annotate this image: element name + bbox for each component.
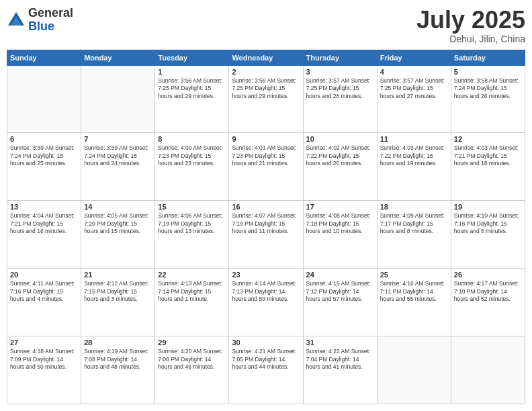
day-number: 29	[158, 338, 226, 347]
day-cell: 16Sunrise: 4:07 AM Sunset: 7:19 PM Dayli…	[229, 201, 303, 269]
week-row-1: 1Sunrise: 3:56 AM Sunset: 7:25 PM Daylig…	[7, 65, 525, 133]
day-info: Sunrise: 3:56 AM Sunset: 7:25 PM Dayligh…	[232, 77, 300, 100]
day-info: Sunrise: 4:04 AM Sunset: 7:21 PM Dayligh…	[10, 212, 78, 235]
day-number: 17	[306, 203, 374, 211]
week-row-4: 20Sunrise: 4:11 AM Sunset: 7:16 PM Dayli…	[7, 269, 525, 336]
day-cell: 23Sunrise: 4:14 AM Sunset: 7:13 PM Dayli…	[229, 269, 303, 336]
calendar: Sunday Monday Tuesday Wednesday Thursday…	[7, 50, 525, 404]
day-number: 19	[454, 203, 522, 211]
day-cell: 15Sunrise: 4:06 AM Sunset: 7:19 PM Dayli…	[155, 201, 229, 269]
day-cell: 29Sunrise: 4:20 AM Sunset: 7:06 PM Dayli…	[155, 336, 229, 404]
day-number: 30	[232, 338, 300, 347]
day-info: Sunrise: 4:20 AM Sunset: 7:06 PM Dayligh…	[158, 348, 226, 371]
day-number: 18	[380, 203, 448, 211]
day-cell: 20Sunrise: 4:11 AM Sunset: 7:16 PM Dayli…	[7, 269, 81, 336]
day-cell: 18Sunrise: 4:09 AM Sunset: 7:17 PM Dayli…	[377, 201, 451, 269]
day-info: Sunrise: 4:00 AM Sunset: 7:23 PM Dayligh…	[158, 144, 226, 167]
day-number: 6	[10, 135, 78, 143]
day-info: Sunrise: 4:03 AM Sunset: 7:22 PM Dayligh…	[380, 144, 448, 167]
day-number: 10	[306, 135, 374, 143]
logo: General Blue	[7, 7, 73, 34]
day-number: 8	[158, 135, 226, 143]
day-number: 31	[306, 338, 374, 347]
day-info: Sunrise: 4:15 AM Sunset: 7:12 PM Dayligh…	[306, 280, 374, 303]
day-cell: 8Sunrise: 4:00 AM Sunset: 7:23 PM Daylig…	[155, 133, 229, 201]
day-number: 9	[232, 135, 300, 143]
day-info: Sunrise: 4:22 AM Sunset: 7:04 PM Dayligh…	[306, 348, 374, 371]
day-number: 7	[84, 135, 152, 143]
day-cell: 10Sunrise: 4:02 AM Sunset: 7:22 PM Dayli…	[303, 133, 377, 201]
day-cell: 27Sunrise: 4:18 AM Sunset: 7:09 PM Dayli…	[7, 336, 81, 404]
day-info: Sunrise: 4:12 AM Sunset: 7:15 PM Dayligh…	[84, 280, 152, 303]
day-info: Sunrise: 4:19 AM Sunset: 7:08 PM Dayligh…	[84, 348, 152, 371]
location: Dehui, Jilin, China	[416, 34, 525, 44]
day-cell: 25Sunrise: 4:16 AM Sunset: 7:11 PM Dayli…	[377, 269, 451, 336]
day-number: 2	[232, 68, 300, 76]
day-cell: 4Sunrise: 3:57 AM Sunset: 7:25 PM Daylig…	[377, 65, 451, 133]
day-info: Sunrise: 3:57 AM Sunset: 7:25 PM Dayligh…	[306, 77, 374, 100]
day-info: Sunrise: 4:01 AM Sunset: 7:23 PM Dayligh…	[232, 144, 300, 167]
day-number: 3	[306, 68, 374, 76]
day-info: Sunrise: 4:08 AM Sunset: 7:18 PM Dayligh…	[306, 212, 374, 235]
day-number: 20	[10, 271, 78, 279]
day-number: 11	[380, 135, 448, 143]
day-number: 26	[454, 271, 522, 279]
day-number: 21	[84, 271, 152, 279]
day-number: 27	[10, 338, 78, 347]
week-row-5: 27Sunrise: 4:18 AM Sunset: 7:09 PM Dayli…	[7, 336, 525, 404]
title-block: July 2025 Dehui, Jilin, China	[416, 7, 525, 44]
logo-icon	[7, 11, 26, 30]
day-info: Sunrise: 4:14 AM Sunset: 7:13 PM Dayligh…	[232, 280, 300, 303]
day-cell: 30Sunrise: 4:21 AM Sunset: 7:05 PM Dayli…	[229, 336, 303, 404]
day-number: 1	[158, 68, 226, 76]
day-number: 28	[84, 338, 152, 347]
day-cell: 13Sunrise: 4:04 AM Sunset: 7:21 PM Dayli…	[7, 201, 81, 269]
col-monday: Monday	[81, 50, 155, 65]
day-info: Sunrise: 4:02 AM Sunset: 7:22 PM Dayligh…	[306, 144, 374, 167]
day-cell: 3Sunrise: 3:57 AM Sunset: 7:25 PM Daylig…	[303, 65, 377, 133]
day-cell: 5Sunrise: 3:58 AM Sunset: 7:24 PM Daylig…	[451, 65, 525, 133]
day-cell	[377, 336, 451, 404]
col-sunday: Sunday	[7, 50, 81, 65]
day-info: Sunrise: 4:21 AM Sunset: 7:05 PM Dayligh…	[232, 348, 300, 371]
week-row-2: 6Sunrise: 3:59 AM Sunset: 7:24 PM Daylig…	[7, 133, 525, 201]
col-friday: Friday	[377, 50, 451, 65]
day-info: Sunrise: 4:09 AM Sunset: 7:17 PM Dayligh…	[380, 212, 448, 235]
day-cell: 11Sunrise: 4:03 AM Sunset: 7:22 PM Dayli…	[377, 133, 451, 201]
day-cell: 28Sunrise: 4:19 AM Sunset: 7:08 PM Dayli…	[81, 336, 155, 404]
day-cell: 24Sunrise: 4:15 AM Sunset: 7:12 PM Dayli…	[303, 269, 377, 336]
day-info: Sunrise: 3:59 AM Sunset: 7:24 PM Dayligh…	[10, 144, 78, 167]
header: General Blue July 2025 Dehui, Jilin, Chi…	[7, 7, 525, 44]
day-info: Sunrise: 4:10 AM Sunset: 7:16 PM Dayligh…	[454, 212, 522, 235]
day-info: Sunrise: 3:59 AM Sunset: 7:24 PM Dayligh…	[84, 144, 152, 167]
day-cell: 17Sunrise: 4:08 AM Sunset: 7:18 PM Dayli…	[303, 201, 377, 269]
day-number: 23	[232, 271, 300, 279]
day-cell	[451, 336, 525, 404]
day-cell: 26Sunrise: 4:17 AM Sunset: 7:10 PM Dayli…	[451, 269, 525, 336]
page: General Blue July 2025 Dehui, Jilin, Chi…	[0, 0, 532, 411]
day-number: 4	[380, 68, 448, 76]
day-number: 24	[306, 271, 374, 279]
day-cell: 14Sunrise: 4:05 AM Sunset: 7:20 PM Dayli…	[81, 201, 155, 269]
col-tuesday: Tuesday	[155, 50, 229, 65]
logo-text: General Blue	[28, 7, 73, 34]
day-number: 14	[84, 203, 152, 211]
day-info: Sunrise: 3:58 AM Sunset: 7:24 PM Dayligh…	[454, 77, 522, 100]
day-info: Sunrise: 4:07 AM Sunset: 7:19 PM Dayligh…	[232, 212, 300, 235]
day-cell: 1Sunrise: 3:56 AM Sunset: 7:25 PM Daylig…	[155, 65, 229, 133]
day-number: 22	[158, 271, 226, 279]
day-info: Sunrise: 4:13 AM Sunset: 7:14 PM Dayligh…	[158, 280, 226, 303]
col-wednesday: Wednesday	[229, 50, 303, 65]
week-row-3: 13Sunrise: 4:04 AM Sunset: 7:21 PM Dayli…	[7, 201, 525, 269]
logo-blue: Blue	[28, 20, 73, 34]
day-info: Sunrise: 3:57 AM Sunset: 7:25 PM Dayligh…	[380, 77, 448, 100]
day-info: Sunrise: 4:05 AM Sunset: 7:20 PM Dayligh…	[84, 212, 152, 235]
day-cell: 2Sunrise: 3:56 AM Sunset: 7:25 PM Daylig…	[229, 65, 303, 133]
day-cell	[81, 65, 155, 133]
day-cell: 6Sunrise: 3:59 AM Sunset: 7:24 PM Daylig…	[7, 133, 81, 201]
day-cell: 22Sunrise: 4:13 AM Sunset: 7:14 PM Dayli…	[155, 269, 229, 336]
day-number: 25	[380, 271, 448, 279]
day-info: Sunrise: 4:06 AM Sunset: 7:19 PM Dayligh…	[158, 212, 226, 235]
col-saturday: Saturday	[451, 50, 525, 65]
month-title: July 2025	[416, 7, 525, 34]
